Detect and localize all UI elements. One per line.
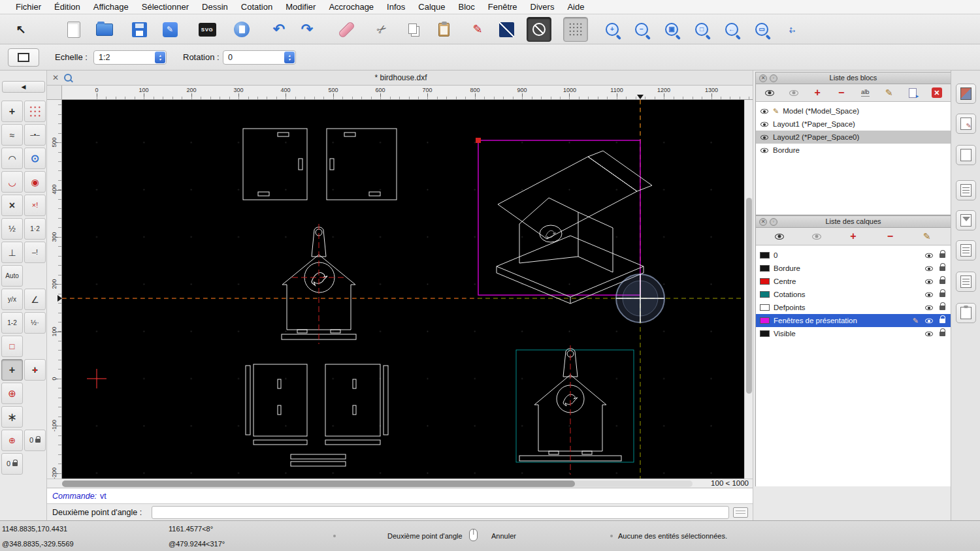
menu-modifier[interactable]: Modifier <box>279 2 322 12</box>
angle-snap-button[interactable]: ∠ <box>24 289 46 310</box>
restrict-nothing-button[interactable]: –! <box>24 242 46 263</box>
snap-tangent-button[interactable]: ◡ <box>1 171 23 193</box>
zoom-window-button[interactable]: ▭ <box>749 17 774 42</box>
snap-auto-button[interactable]: Auto <box>1 265 23 287</box>
restrict-orthogonal-button[interactable]: ⊥ <box>1 242 23 263</box>
snap-distance-button[interactable]: 1·2 <box>24 218 46 240</box>
previous-view-button[interactable]: ← <box>719 17 744 42</box>
new-file-button[interactable] <box>61 17 86 42</box>
line-tool-button[interactable] <box>494 17 519 42</box>
lock-icon[interactable] <box>939 292 945 297</box>
edit-block-button[interactable]: ✎ <box>881 86 898 100</box>
stepper-arrows-icon[interactable]: ▴▾ <box>155 52 165 63</box>
float-panel-icon[interactable]: ▫ <box>770 74 777 82</box>
cut-button[interactable]: ✂ <box>370 17 395 42</box>
lock-icon[interactable] <box>939 319 945 323</box>
menu-fenetre[interactable]: Fenêtre <box>482 2 524 12</box>
command-input[interactable] <box>152 506 729 519</box>
command-widget-toggle-button[interactable] <box>956 210 976 230</box>
layers-list-toggle-button[interactable] <box>956 114 976 134</box>
zoom-in-button[interactable]: + <box>600 17 625 42</box>
block-row-bordure[interactable]: Bordure <box>756 144 951 157</box>
undo-button[interactable]: ↶ <box>267 17 291 42</box>
show-all-blocks-button[interactable] <box>761 86 778 100</box>
lock-icon[interactable] <box>939 306 945 310</box>
command-history[interactable]: Commande: vt <box>47 488 753 503</box>
snap-middle-button[interactable]: ½ <box>1 218 23 240</box>
layer-color-swatch[interactable] <box>760 265 770 272</box>
snap-intersection-button[interactable]: × <box>1 195 23 216</box>
eye-icon[interactable] <box>925 279 933 284</box>
lock-icon[interactable] <box>939 266 945 271</box>
menu-aide[interactable]: Aide <box>561 2 591 12</box>
print-preview-button[interactable] <box>229 17 254 42</box>
delete-block-button[interactable]: ✕ <box>928 86 945 100</box>
snap-free-button[interactable]: + <box>1 101 23 122</box>
circle-center-plus-button[interactable]: ⊕ <box>1 383 23 404</box>
lock-icon[interactable] <box>939 253 945 258</box>
scale-select[interactable]: 1:2 ▴▾ <box>93 50 167 65</box>
snap-grid-button[interactable] <box>24 101 46 122</box>
layer-color-swatch[interactable] <box>760 291 770 298</box>
remove-layer-button[interactable]: − <box>881 230 898 244</box>
eye-icon[interactable] <box>925 318 933 323</box>
menu-selectionner[interactable]: Sélectionner <box>135 2 195 12</box>
block-row-layout2[interactable]: Layout2 (*Paper_Space0) <box>756 131 951 144</box>
circle-tool-button[interactable] <box>527 17 551 42</box>
distance-point-button[interactable]: ½· <box>24 312 46 334</box>
vertical-scrollbar[interactable] <box>744 100 753 479</box>
snap-circle-center-button[interactable]: ⊙ <box>24 148 46 169</box>
layer-row-0[interactable]: 0 <box>756 249 951 262</box>
open-file-button[interactable] <box>92 17 117 42</box>
pan-button[interactable]: ↔↕ <box>780 17 805 42</box>
layer-color-swatch[interactable] <box>760 252 770 259</box>
blocks-list-toggle-button[interactable] <box>956 84 976 104</box>
insert-block-button[interactable] <box>904 86 921 100</box>
rename-block-button[interactable]: alb <box>857 86 874 100</box>
menu-calque[interactable]: Calque <box>412 2 451 12</box>
eye-icon[interactable] <box>925 305 933 310</box>
restrict-horizontal-button[interactable]: □ <box>1 336 23 357</box>
layer-row-fenetres[interactable]: Fenêtres de présentation ✎ <box>756 314 951 327</box>
eye-icon[interactable] <box>925 266 933 271</box>
menu-fichier[interactable]: Fichier <box>9 2 48 12</box>
library-browser-toggle-button[interactable] <box>956 180 976 200</box>
hide-all-layers-button[interactable] <box>808 230 825 244</box>
zero-lock-button-2[interactable]: 0 <box>1 453 23 475</box>
half-point-button[interactable]: 1-2 <box>1 312 23 334</box>
lock-icon[interactable] <box>939 332 945 336</box>
menu-cotation[interactable]: Cotation <box>235 2 279 12</box>
zoom-selection-button[interactable]: □ <box>689 17 714 42</box>
layer-color-swatch[interactable] <box>760 278 770 285</box>
copy-button[interactable] <box>401 17 426 42</box>
stepper-arrows-icon[interactable]: ▴▾ <box>284 52 295 63</box>
close-panel-icon[interactable]: ✕ <box>759 74 767 82</box>
save-button[interactable] <box>127 17 152 42</box>
horizontal-scrollbar-track[interactable] <box>62 480 693 487</box>
eye-icon[interactable] <box>760 148 768 153</box>
svg-export-button[interactable]: SVG <box>195 17 220 42</box>
snap-intersection-manual-button[interactable]: ×! <box>24 195 46 216</box>
zoom-out-button[interactable]: − <box>629 17 654 42</box>
eye-icon[interactable] <box>760 121 768 127</box>
layer-row-bordure[interactable]: Bordure <box>756 262 951 275</box>
add-layer-button[interactable]: + <box>845 230 862 244</box>
crosshair-snap-button[interactable]: + <box>24 359 46 381</box>
eye-icon[interactable] <box>925 331 933 336</box>
property-editor-toggle-button[interactable] <box>956 240 976 260</box>
layer-color-swatch[interactable] <box>760 330 770 337</box>
block-row-model[interactable]: ✎ Model (*Model_Space) <box>756 104 951 118</box>
auto-zoom-button[interactable]: ▣ <box>659 17 684 42</box>
drawing-canvas[interactable] <box>62 100 744 479</box>
paper-space-button[interactable] <box>8 48 39 67</box>
lock-icon[interactable] <box>939 279 945 284</box>
menu-infos[interactable]: Infos <box>380 2 412 12</box>
edit-pen-button[interactable]: ✎ <box>465 17 490 42</box>
menu-dessin[interactable]: Dessin <box>195 2 235 12</box>
views-list-toggle-button[interactable] <box>956 145 976 165</box>
construction-rays-button[interactable]: ∗ <box>1 406 23 428</box>
horizontal-scrollbar-thumb[interactable] <box>62 480 575 487</box>
clipboard-panel-toggle-button[interactable] <box>956 303 976 323</box>
layer-color-swatch[interactable] <box>760 304 770 311</box>
redo-button[interactable]: ↷ <box>295 17 319 42</box>
